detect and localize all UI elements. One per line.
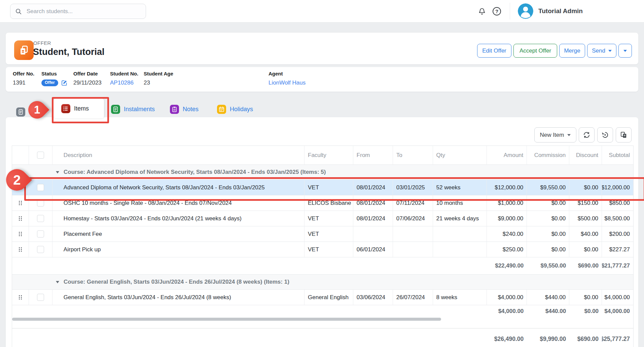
total-commission: $440.00	[527, 308, 569, 315]
cell-desc: OSHC 10 months - Single Rate - 08/Jan/20…	[52, 195, 305, 211]
tab-notes[interactable]: Notes	[170, 102, 199, 116]
row-checkbox[interactable]	[37, 230, 44, 238]
merge-button[interactable]: Merge	[559, 44, 585, 58]
history-button[interactable]	[597, 127, 613, 143]
edit-offer-button[interactable]: Edit Offer	[477, 44, 511, 58]
notifications-bell-icon[interactable]	[477, 7, 486, 16]
meta-student-age: Student Age 23	[144, 71, 173, 86]
cell-faculty: ELICOS Bisbane	[305, 195, 353, 211]
drag-handle-icon[interactable]	[19, 201, 22, 205]
cell-to: 26/07/2024	[393, 290, 433, 305]
column-header-desc[interactable]: Description	[52, 146, 305, 164]
refresh-icon	[583, 131, 591, 139]
column-header-faculty[interactable]: Faculty	[305, 146, 353, 164]
select-all-checkbox[interactable]	[37, 152, 44, 159]
tab-items[interactable]: Items	[53, 99, 104, 118]
agent-link[interactable]: LionWolf Haus	[269, 80, 306, 86]
table-row[interactable]: General English, Starts 03/Jun/2024 - En…	[12, 290, 633, 305]
column-header-discount[interactable]: Discount	[569, 146, 602, 164]
table-row[interactable]: Homestay - Starts 03/Jan/2024 - Ends 02/…	[12, 211, 633, 226]
student-search[interactable]	[10, 4, 146, 19]
record-type-label: OFFER	[33, 40, 51, 46]
copy-button[interactable]	[616, 127, 632, 143]
row-drag-cell	[12, 242, 29, 257]
drag-handle-icon[interactable]	[19, 295, 22, 299]
cell-discount: $0.00	[569, 242, 602, 257]
group-totals-row: $22,490.00$9,550.00$690.00$21,777.27	[12, 257, 633, 275]
accept-offer-button[interactable]: Accept Offer	[513, 44, 557, 58]
new-item-button[interactable]: New Item	[534, 127, 576, 143]
cell-amount: $1,000.00	[487, 195, 527, 211]
cell-discount: $150.00	[569, 195, 602, 211]
cell-discount: $0.00	[569, 180, 602, 195]
help-icon[interactable]: ?	[493, 7, 501, 15]
column-header-to[interactable]: To	[393, 146, 433, 164]
cell-amount: $9,000.00	[487, 211, 527, 226]
cell-discount: $500.00	[569, 211, 602, 226]
collapse-chevron-icon[interactable]	[56, 171, 59, 174]
cell-from	[353, 226, 393, 242]
send-button[interactable]: Send	[587, 44, 616, 58]
cell-faculty: VET	[305, 226, 353, 242]
cell-desc: General English, Starts 03/Jun/2024 - En…	[52, 290, 305, 305]
meta-value: 1391	[13, 80, 34, 86]
column-header-from[interactable]: From	[353, 146, 393, 164]
total-subtotal: $4,000.00	[602, 308, 633, 315]
meta-label: Student No.	[110, 71, 138, 76]
table-row[interactable]: Airport Pick upVET06/01/2024$250.00$0.00…	[12, 242, 633, 257]
edit-status-icon[interactable]	[61, 80, 67, 86]
cell-subtotal: $200.00	[602, 226, 633, 242]
group-header-row[interactable]: Course: Advanced Diploma of Network Secu…	[12, 165, 633, 180]
cell-commission: $0.00	[527, 226, 569, 242]
column-header-qty[interactable]: Qty	[433, 146, 487, 164]
cell-commission: $9,550.00	[527, 180, 569, 195]
row-check-cell	[29, 290, 52, 305]
user-name[interactable]: Tutorial Admin	[538, 0, 583, 22]
row-checkbox[interactable]	[37, 294, 44, 301]
cell-desc: Homestay - Starts 03/Jan/2024 - Ends 02/…	[52, 211, 305, 226]
cell-commission: $0.00	[527, 211, 569, 226]
header-check-cell	[29, 146, 52, 164]
row-checkbox[interactable]	[37, 215, 44, 222]
total-discount: $690.00	[569, 262, 602, 269]
table-row[interactable]: Placement FeeVET$240.00$0.00$40.00$200.0…	[12, 226, 633, 242]
page-title: Student, Tutorial	[33, 47, 104, 57]
row-checkbox[interactable]	[37, 199, 44, 207]
drag-handle-icon[interactable]	[19, 247, 22, 252]
more-actions-button[interactable]	[618, 44, 632, 58]
cell-discount: $40.00	[569, 226, 602, 242]
column-header-amount[interactable]: Amount	[487, 146, 527, 164]
group-header-row[interactable]: Course: General English, Starts 03/Jun/2…	[12, 275, 633, 290]
avatar[interactable]	[518, 3, 533, 19]
tab-instalments[interactable]: Instalments	[111, 102, 155, 116]
meta-value: 23	[144, 80, 173, 86]
row-checkbox[interactable]	[37, 246, 44, 253]
cell-subtotal: $4,000.00	[602, 290, 633, 305]
items-list-icon	[61, 104, 70, 113]
meta-label: Status	[41, 71, 67, 76]
collapse-chevron-icon[interactable]	[56, 281, 59, 283]
row-checkbox[interactable]	[37, 184, 44, 191]
cell-to	[393, 242, 433, 257]
search-input[interactable]	[26, 8, 141, 15]
cell-desc: Placement Fee	[52, 226, 305, 242]
cell-to	[393, 226, 433, 242]
refresh-button[interactable]	[579, 127, 595, 143]
column-header-subtotal[interactable]: Subtotal	[602, 146, 633, 164]
table-row[interactable]: Advanced Diploma of Network Security, St…	[12, 180, 633, 195]
drag-handle-icon[interactable]	[19, 216, 22, 221]
scrollbar-thumb[interactable]	[12, 318, 441, 321]
drag-handle-icon[interactable]	[19, 232, 22, 236]
tab-hidden-partial[interactable]	[16, 105, 25, 119]
table-header-row: DescriptionFacultyFromToQtyAmountCommiss…	[12, 146, 633, 165]
total-subtotal: $21,777.27	[602, 262, 633, 269]
cell-faculty: VET	[305, 242, 353, 257]
column-header-commission[interactable]: Commission	[527, 146, 569, 164]
cell-desc: Advanced Diploma of Network Security, St…	[52, 180, 305, 195]
items-table: DescriptionFacultyFromToQtyAmountCommiss…	[12, 146, 634, 347]
tab-holidays[interactable]: Holidays	[217, 102, 253, 116]
chevron-down-icon	[567, 134, 571, 136]
student-no-link[interactable]: AP10286	[110, 80, 134, 86]
notes-clipboard-icon	[170, 105, 179, 114]
table-row[interactable]: OSHC 10 months - Single Rate - 08/Jan/20…	[12, 195, 633, 211]
